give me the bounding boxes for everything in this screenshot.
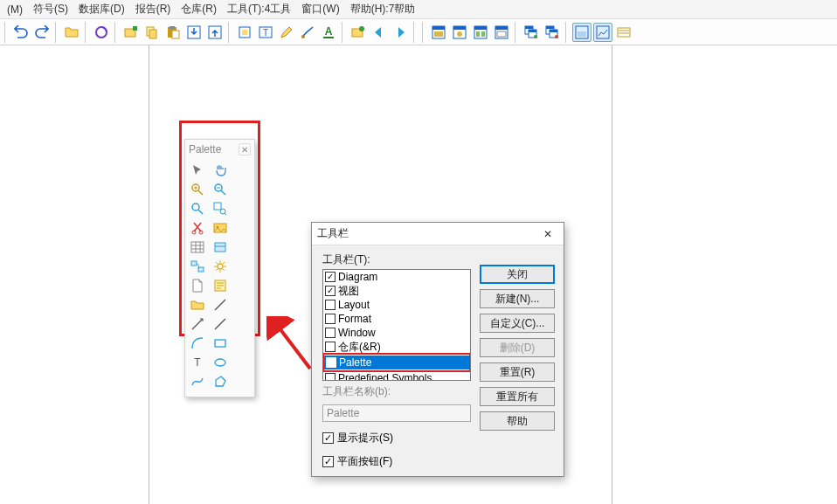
pointer-tool-icon[interactable] [187, 162, 208, 179]
zoom-out-tool-icon[interactable] [210, 181, 231, 198]
arc-tool-icon[interactable] [187, 335, 208, 352]
window-2-button[interactable] [450, 23, 469, 42]
toolbars-listbox[interactable]: ✓Diagram ✓视图 Layout Format Window 仓库(&R)… [322, 269, 471, 381]
copy-button[interactable] [142, 23, 162, 42]
show-tips-checkbox[interactable]: ✓显示提示(S) [322, 431, 471, 445]
ellipse-tool-icon[interactable] [210, 354, 231, 371]
browse-button[interactable] [92, 23, 111, 42]
palette-close-button[interactable]: ✕ [239, 143, 251, 155]
flat-buttons-checkbox[interactable]: ✓平面按钮(F) [322, 454, 471, 469]
checkbox-icon[interactable] [325, 328, 335, 338]
svg-rect-55 [215, 243, 225, 252]
redo-button[interactable] [32, 23, 52, 42]
menu-item-symbol[interactable]: 符号(S) [28, 0, 73, 18]
toolbar-sep-5 [342, 22, 345, 43]
menu-item-m[interactable]: (M) [2, 2, 28, 17]
pan-tool-icon[interactable] [210, 162, 231, 179]
undo-button[interactable] [11, 23, 31, 42]
prev-button[interactable] [370, 23, 389, 42]
folder-tool-icon[interactable] [187, 296, 208, 314]
menu-item-database[interactable]: 数据库(D) [73, 0, 130, 18]
zoom-fit-tool-icon[interactable] [187, 200, 208, 217]
svg-text:A: A [325, 25, 333, 38]
line1-tool-icon[interactable] [210, 296, 231, 314]
reset-button[interactable]: 重置(R) [480, 362, 555, 382]
window-1-button[interactable] [429, 23, 448, 42]
zoom-region-tool-icon[interactable] [210, 200, 231, 217]
menu-item-report[interactable]: 报告(R) [130, 0, 176, 18]
line3-tool-icon[interactable] [210, 315, 231, 333]
document-tool-icon[interactable] [187, 277, 208, 294]
table-tool-icon[interactable] [187, 238, 208, 256]
new-folder-button[interactable] [121, 23, 141, 42]
export-button[interactable] [205, 23, 225, 42]
toolbars-dialog[interactable]: 工具栏 ✕ 工具栏(T): ✓Diagram ✓视图 Layout Format… [311, 222, 564, 477]
dialog-titlebar[interactable]: 工具栏 ✕ [312, 223, 564, 245]
checkbox-icon[interactable] [325, 342, 335, 352]
text-tool-icon[interactable]: T [187, 354, 208, 371]
dialog-title: 工具栏 [317, 226, 349, 241]
svg-point-58 [218, 264, 223, 269]
menu-item-tools[interactable]: 工具(T):4工具 [222, 0, 296, 18]
close-button[interactable]: 关闭 [480, 265, 555, 284]
link-tool-icon[interactable] [187, 258, 208, 275]
menu-item-help[interactable]: 帮助(H):7帮助 [345, 0, 421, 18]
customize-button[interactable]: 自定义(C)... [480, 314, 555, 333]
svg-rect-39 [550, 30, 557, 32]
text-color-button[interactable]: A [319, 23, 338, 42]
list-item-label: 仓库(&R) [338, 340, 381, 355]
list-item: ✓Diagram [323, 270, 470, 284]
window-4-button[interactable] [492, 23, 511, 42]
cut-button[interactable] [235, 23, 254, 42]
dialog-close-button[interactable]: ✕ [537, 226, 558, 242]
zoom-in-tool-icon[interactable] [187, 181, 208, 198]
first-button[interactable] [349, 23, 368, 42]
rect-tool-icon[interactable] [210, 335, 231, 352]
checkbox-icon[interactable] [325, 373, 335, 381]
checkbox-icon[interactable]: ✓ [322, 432, 334, 444]
checkbox-icon[interactable] [325, 314, 335, 324]
line2-tool-icon[interactable] [187, 315, 208, 333]
show-tips-label: 显示提示(S) [337, 431, 393, 445]
toolbar-name-input: Palette [322, 404, 471, 422]
menu-item-repository[interactable]: 仓库(R) [176, 0, 222, 18]
svg-rect-32 [525, 26, 533, 29]
menu-item-window[interactable]: 窗口(W) [296, 0, 344, 18]
next-button[interactable] [391, 23, 410, 42]
palette-titlebar[interactable]: Palette ✕ [185, 140, 254, 159]
paste-button[interactable] [163, 23, 183, 42]
import-button[interactable] [184, 23, 204, 42]
open-file-button[interactable] [62, 23, 81, 42]
checkbox-icon[interactable]: ✓ [322, 456, 334, 467]
image-tool-icon[interactable] [210, 219, 231, 237]
new-button[interactable]: 新建(N)... [480, 289, 555, 308]
cascade-button[interactable] [522, 23, 541, 42]
svg-text:T: T [263, 28, 268, 38]
view-2-button[interactable] [593, 23, 612, 42]
polygon-tool-icon[interactable] [210, 373, 231, 390]
svg-rect-26 [474, 26, 487, 30]
help-button[interactable]: 帮助 [480, 411, 555, 431]
tile-button[interactable] [543, 23, 562, 42]
edit-button[interactable] [277, 23, 296, 42]
entity-tool-icon[interactable] [210, 238, 231, 256]
curve-tool-icon[interactable] [187, 373, 208, 390]
cut-tool-icon[interactable] [187, 219, 208, 237]
checkbox-icon[interactable]: ✓ [325, 272, 335, 282]
note-tool-icon[interactable] [210, 277, 231, 294]
palette-panel[interactable]: Palette ✕ T [184, 139, 255, 397]
checkbox-icon[interactable]: ✓ [325, 286, 335, 296]
clear-button[interactable] [298, 23, 317, 42]
view-1-button[interactable] [572, 23, 591, 42]
svg-text:T: T [194, 356, 201, 369]
toolbar-sep-3 [114, 22, 118, 43]
window-3-button[interactable] [471, 23, 490, 42]
gear-tool-icon[interactable] [210, 258, 231, 275]
view-3-button[interactable] [614, 23, 633, 42]
checkbox-icon[interactable] [325, 300, 335, 310]
svg-rect-4 [149, 30, 156, 38]
toolbar-grip [4, 22, 8, 43]
checkbox-icon[interactable]: ✓ [326, 357, 336, 368]
textarea-button[interactable]: T [256, 23, 275, 42]
reset-all-button[interactable]: 重置所有 [480, 387, 555, 406]
